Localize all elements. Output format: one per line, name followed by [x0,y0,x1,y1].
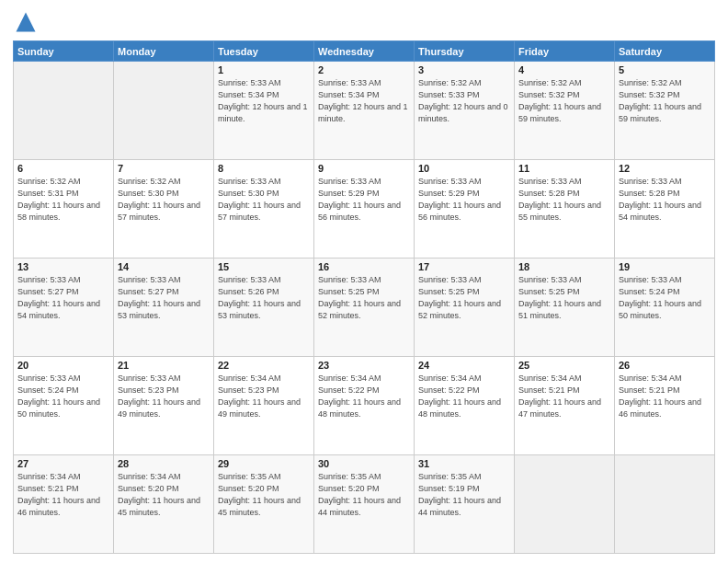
day-detail: Sunrise: 5:33 AMSunset: 5:24 PMDaylight:… [17,373,109,420]
calendar-table: SundayMondayTuesdayWednesdayThursdayFrid… [13,40,715,554]
day-number: 24 [418,360,510,371]
day-number: 28 [118,458,210,469]
day-detail: Sunrise: 5:33 AMSunset: 5:29 PMDaylight:… [318,176,410,224]
logo [13,9,42,35]
day-number: 22 [218,360,310,371]
day-number: 26 [619,360,711,371]
day-detail: Sunrise: 5:33 AMSunset: 5:34 PMDaylight:… [318,77,410,125]
day-detail: Sunrise: 5:33 AMSunset: 5:28 PMDaylight:… [518,176,610,224]
day-detail: Sunrise: 5:34 AMSunset: 5:22 PMDaylight:… [318,373,410,420]
calendar-cell [114,62,214,160]
day-number: 29 [218,458,310,469]
day-number: 25 [518,360,610,371]
day-detail: Sunrise: 5:34 AMSunset: 5:21 PMDaylight:… [518,373,610,420]
day-detail: Sunrise: 5:33 AMSunset: 5:25 PMDaylight:… [518,274,610,322]
day-detail: Sunrise: 5:32 AMSunset: 5:31 PMDaylight:… [17,176,109,224]
calendar-cell [615,455,715,554]
day-header-tuesday: Tuesday [214,41,314,62]
calendar-week-1: 1Sunrise: 5:33 AMSunset: 5:34 PMDaylight… [14,62,715,160]
day-header-thursday: Thursday [415,41,515,62]
calendar-cell: 26Sunrise: 5:34 AMSunset: 5:21 PMDayligh… [615,357,715,455]
calendar-cell: 19Sunrise: 5:33 AMSunset: 5:24 PMDayligh… [615,259,715,357]
calendar-cell: 14Sunrise: 5:33 AMSunset: 5:27 PMDayligh… [114,259,214,357]
day-number: 2 [318,64,410,75]
calendar-cell: 23Sunrise: 5:34 AMSunset: 5:22 PMDayligh… [314,357,415,455]
calendar-week-4: 20Sunrise: 5:33 AMSunset: 5:24 PMDayligh… [14,357,715,455]
header [13,9,715,35]
day-detail: Sunrise: 5:33 AMSunset: 5:34 PMDaylight:… [218,77,310,125]
calendar-week-3: 13Sunrise: 5:33 AMSunset: 5:27 PMDayligh… [14,259,715,357]
day-detail: Sunrise: 5:34 AMSunset: 5:20 PMDaylight:… [118,471,210,519]
calendar-body: 1Sunrise: 5:33 AMSunset: 5:34 PMDaylight… [14,62,715,554]
day-number: 9 [318,163,410,174]
calendar-cell: 13Sunrise: 5:33 AMSunset: 5:27 PMDayligh… [14,259,114,357]
calendar-cell: 1Sunrise: 5:33 AMSunset: 5:34 PMDaylight… [214,62,314,160]
day-detail: Sunrise: 5:32 AMSunset: 5:30 PMDaylight:… [118,176,210,224]
calendar-cell: 21Sunrise: 5:33 AMSunset: 5:23 PMDayligh… [114,357,214,455]
day-number: 6 [17,163,109,174]
calendar-cell: 20Sunrise: 5:33 AMSunset: 5:24 PMDayligh… [14,357,114,455]
calendar-cell: 6Sunrise: 5:32 AMSunset: 5:31 PMDaylight… [14,160,114,259]
day-number: 19 [619,261,711,272]
day-detail: Sunrise: 5:32 AMSunset: 5:32 PMDaylight:… [619,77,711,125]
calendar-cell: 8Sunrise: 5:33 AMSunset: 5:30 PMDaylight… [214,160,314,259]
day-number: 7 [118,163,210,174]
day-number: 20 [17,360,109,371]
calendar-cell: 25Sunrise: 5:34 AMSunset: 5:21 PMDayligh… [515,357,615,455]
day-detail: Sunrise: 5:33 AMSunset: 5:30 PMDaylight:… [218,176,310,224]
day-detail: Sunrise: 5:33 AMSunset: 5:23 PMDaylight:… [118,373,210,420]
day-number: 12 [619,163,711,174]
day-number: 21 [118,360,210,371]
day-detail: Sunrise: 5:33 AMSunset: 5:25 PMDaylight:… [318,274,410,322]
page: SundayMondayTuesdayWednesdayThursdayFrid… [0,0,728,563]
calendar-cell: 24Sunrise: 5:34 AMSunset: 5:22 PMDayligh… [415,357,515,455]
day-number: 30 [318,458,410,469]
day-number: 3 [418,64,510,75]
calendar-week-5: 27Sunrise: 5:34 AMSunset: 5:21 PMDayligh… [14,455,715,554]
day-number: 4 [518,64,610,75]
day-detail: Sunrise: 5:34 AMSunset: 5:22 PMDaylight:… [418,373,510,420]
calendar-cell: 29Sunrise: 5:35 AMSunset: 5:20 PMDayligh… [214,455,314,554]
calendar-cell: 12Sunrise: 5:33 AMSunset: 5:28 PMDayligh… [615,160,715,259]
calendar-week-2: 6Sunrise: 5:32 AMSunset: 5:31 PMDaylight… [14,160,715,259]
day-detail: Sunrise: 5:33 AMSunset: 5:27 PMDaylight:… [17,274,109,322]
calendar-cell: 30Sunrise: 5:35 AMSunset: 5:20 PMDayligh… [314,455,415,554]
day-detail: Sunrise: 5:35 AMSunset: 5:20 PMDaylight:… [218,471,310,519]
calendar-cell: 22Sunrise: 5:34 AMSunset: 5:23 PMDayligh… [214,357,314,455]
day-number: 17 [418,261,510,272]
logo-icon [13,9,39,35]
day-header-friday: Friday [515,41,615,62]
calendar-cell: 11Sunrise: 5:33 AMSunset: 5:28 PMDayligh… [515,160,615,259]
day-detail: Sunrise: 5:32 AMSunset: 5:33 PMDaylight:… [418,77,510,125]
day-number: 1 [218,64,310,75]
calendar-cell: 17Sunrise: 5:33 AMSunset: 5:25 PMDayligh… [415,259,515,357]
calendar-cell [14,62,114,160]
day-detail: Sunrise: 5:34 AMSunset: 5:21 PMDaylight:… [17,471,109,519]
calendar-cell: 5Sunrise: 5:32 AMSunset: 5:32 PMDaylight… [615,62,715,160]
day-detail: Sunrise: 5:32 AMSunset: 5:32 PMDaylight:… [518,77,610,125]
calendar-cell: 10Sunrise: 5:33 AMSunset: 5:29 PMDayligh… [415,160,515,259]
day-number: 15 [218,261,310,272]
day-detail: Sunrise: 5:33 AMSunset: 5:29 PMDaylight:… [418,176,510,224]
calendar-cell: 16Sunrise: 5:33 AMSunset: 5:25 PMDayligh… [314,259,415,357]
calendar-cell: 18Sunrise: 5:33 AMSunset: 5:25 PMDayligh… [515,259,615,357]
day-number: 5 [619,64,711,75]
calendar-cell: 3Sunrise: 5:32 AMSunset: 5:33 PMDaylight… [415,62,515,160]
day-detail: Sunrise: 5:35 AMSunset: 5:20 PMDaylight:… [318,471,410,519]
calendar-cell: 4Sunrise: 5:32 AMSunset: 5:32 PMDaylight… [515,62,615,160]
calendar-cell: 9Sunrise: 5:33 AMSunset: 5:29 PMDaylight… [314,160,415,259]
calendar-cell: 31Sunrise: 5:35 AMSunset: 5:19 PMDayligh… [415,455,515,554]
day-number: 18 [518,261,610,272]
day-header-wednesday: Wednesday [314,41,415,62]
day-header-sunday: Sunday [14,41,114,62]
day-number: 27 [17,458,109,469]
day-number: 13 [17,261,109,272]
day-detail: Sunrise: 5:33 AMSunset: 5:26 PMDaylight:… [218,274,310,322]
svg-marker-0 [17,13,36,32]
day-number: 14 [118,261,210,272]
day-number: 11 [518,163,610,174]
calendar-cell: 15Sunrise: 5:33 AMSunset: 5:26 PMDayligh… [214,259,314,357]
day-detail: Sunrise: 5:34 AMSunset: 5:23 PMDaylight:… [218,373,310,420]
day-header-saturday: Saturday [615,41,715,62]
day-detail: Sunrise: 5:35 AMSunset: 5:19 PMDaylight:… [418,471,510,519]
